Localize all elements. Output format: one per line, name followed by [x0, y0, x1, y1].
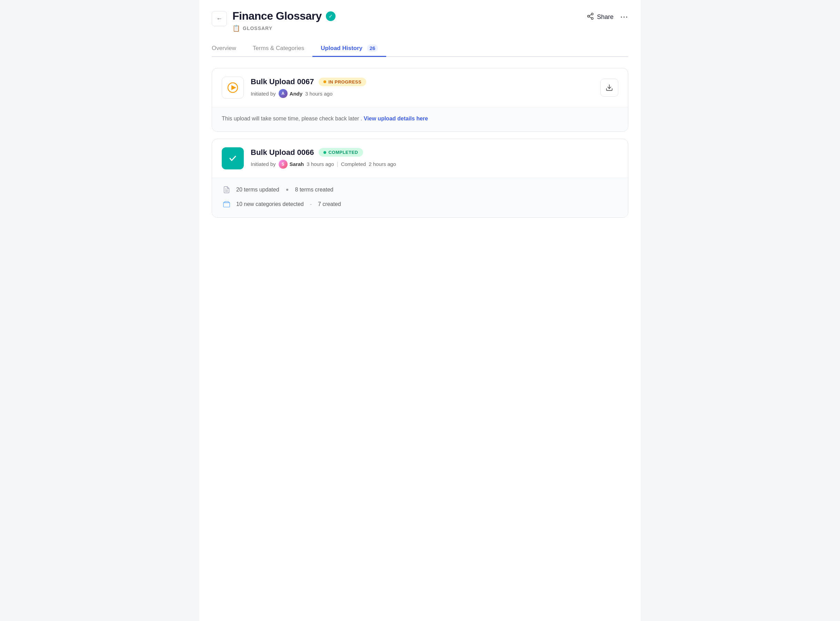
upload-title-0066: Bulk Upload 0066: [251, 148, 314, 157]
meta-separator-0066: |: [337, 161, 338, 167]
verified-icon: ✓: [326, 11, 335, 21]
page-title: Finance Glossary: [233, 10, 322, 23]
svg-rect-11: [224, 203, 230, 207]
stats-section-0066: 20 terms updated 8 terms created 10 new …: [212, 178, 628, 217]
upload-info-0066: Bulk Upload 0066 COMPLETED Initiated by …: [251, 148, 396, 169]
tab-terms[interactable]: Terms & Categories: [245, 41, 313, 57]
download-button-0067[interactable]: [600, 79, 618, 97]
stat-row-categories: 10 new categories detected - 7 created: [222, 199, 618, 209]
view-upload-link-0067[interactable]: View upload details here: [364, 115, 428, 121]
tab-overview[interactable]: Overview: [212, 41, 245, 57]
upload-title-row-0066: Bulk Upload 0066 COMPLETED: [251, 148, 396, 157]
categories-created-text: 7 created: [318, 201, 341, 208]
time-ago-0066: 3 hours ago: [307, 161, 334, 167]
terms-updated-text: 20 terms updated: [236, 187, 279, 193]
back-button[interactable]: ←: [212, 11, 227, 26]
svg-line-4: [589, 15, 591, 16]
upload-card-body-0067: This upload will take some time, please …: [212, 107, 628, 132]
upload-meta-0066: Initiated by S Sarah 3 hours ago | Compl…: [251, 160, 396, 169]
more-icon: ···: [620, 13, 628, 21]
share-label: Share: [597, 14, 613, 21]
back-icon: ←: [216, 15, 222, 23]
tabs-nav: Overview Terms & Categories Upload Histo…: [212, 40, 628, 57]
upload-user-0066: S Sarah: [279, 160, 304, 169]
tab-upload-history[interactable]: Upload History 26: [313, 40, 386, 57]
header-top: ← Finance Glossary ✓ 📋 GLOSSARY: [212, 10, 628, 32]
stat-dot-terms: [286, 189, 288, 191]
header-title-group: Finance Glossary ✓ 📋 GLOSSARY: [233, 10, 335, 32]
upload-icon-box-0067: [222, 77, 244, 98]
main-content: Bulk Upload 0067 IN PROGRESS Initiated b…: [199, 57, 641, 229]
avatar-sarah: S: [279, 160, 288, 169]
categories-detected-text: 10 new categories detected: [236, 201, 304, 208]
status-badge-0067: IN PROGRESS: [319, 77, 366, 86]
completed-label-0066: Completed: [341, 161, 366, 167]
upload-history-badge: 26: [367, 44, 378, 52]
svg-point-8: [227, 153, 239, 164]
upload-user-0067: A Andy: [279, 89, 303, 98]
status-label-0067: IN PROGRESS: [328, 79, 361, 85]
upload-card-header-0066: Bulk Upload 0066 COMPLETED Initiated by …: [212, 139, 628, 178]
svg-marker-6: [231, 85, 236, 90]
header-left: ← Finance Glossary ✓ 📋 GLOSSARY: [212, 10, 335, 32]
avatar-andy: A: [279, 89, 288, 98]
header-title-row: Finance Glossary ✓: [233, 10, 335, 23]
upload-progress-message: This upload will take some time, please …: [222, 114, 618, 123]
more-button[interactable]: ···: [620, 13, 628, 21]
upload-info-0067: Bulk Upload 0067 IN PROGRESS Initiated b…: [251, 77, 366, 98]
initiated-label-0066: Initiated by: [251, 161, 276, 167]
header-actions: Share ···: [586, 12, 628, 22]
header-subtitle: 📋 GLOSSARY: [233, 24, 335, 32]
status-badge-0066: COMPLETED: [319, 148, 363, 157]
upload-title-0067: Bulk Upload 0067: [251, 77, 314, 86]
upload-meta-0067: Initiated by A Andy 3 hours ago: [251, 89, 366, 98]
initiated-label-0067: Initiated by: [251, 91, 276, 97]
status-dot-0066: [323, 151, 326, 154]
glossary-label: GLOSSARY: [243, 26, 272, 31]
upload-card-0066: Bulk Upload 0066 COMPLETED Initiated by …: [212, 139, 628, 218]
share-icon: [586, 12, 594, 22]
upload-card-left-0066: Bulk Upload 0066 COMPLETED Initiated by …: [222, 147, 396, 170]
header: ← Finance Glossary ✓ 📋 GLOSSARY: [199, 0, 641, 57]
stat-row-terms: 20 terms updated 8 terms created: [222, 185, 618, 195]
completed-at-0066: 2 hours ago: [369, 161, 396, 167]
time-ago-0067: 3 hours ago: [305, 91, 332, 97]
upload-card-header-0067: Bulk Upload 0067 IN PROGRESS Initiated b…: [212, 68, 628, 107]
page-container: ← Finance Glossary ✓ 📋 GLOSSARY: [199, 0, 641, 621]
upload-card-left-0067: Bulk Upload 0067 IN PROGRESS Initiated b…: [222, 77, 366, 98]
glossary-icon: 📋: [233, 24, 240, 32]
upload-card-0067: Bulk Upload 0067 IN PROGRESS Initiated b…: [212, 68, 628, 132]
upload-icon-box-0066: [222, 147, 244, 170]
svg-line-3: [589, 17, 591, 18]
file-icon: [222, 185, 231, 195]
status-label-0066: COMPLETED: [328, 150, 358, 155]
stat-dash-categories: -: [310, 201, 312, 208]
share-button[interactable]: Share: [586, 12, 613, 22]
terms-created-text: 8 terms created: [295, 187, 334, 193]
upload-title-row-0067: Bulk Upload 0067 IN PROGRESS: [251, 77, 366, 86]
tag-icon: [222, 199, 231, 209]
status-dot-0067: [323, 80, 326, 83]
